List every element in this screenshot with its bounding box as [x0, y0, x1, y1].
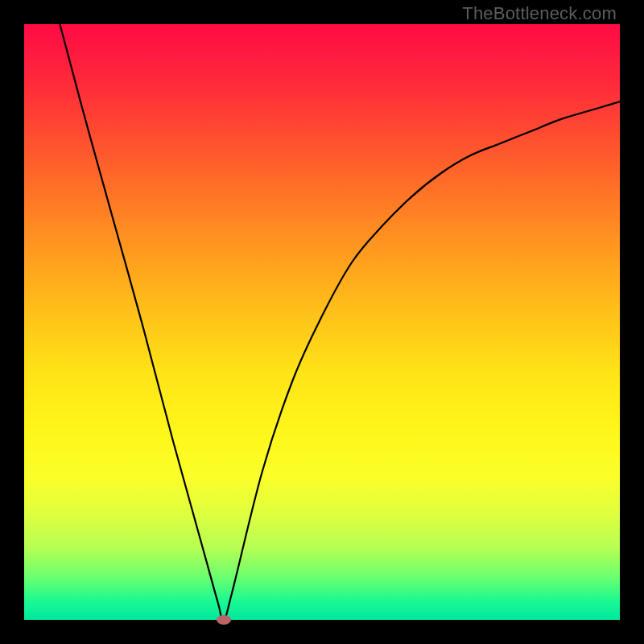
optimum-marker [217, 615, 231, 625]
curve-path [60, 24, 620, 620]
chart-plot-area [24, 24, 620, 620]
bottleneck-curve [24, 24, 620, 620]
watermark-text: TheBottleneck.com [462, 3, 617, 24]
